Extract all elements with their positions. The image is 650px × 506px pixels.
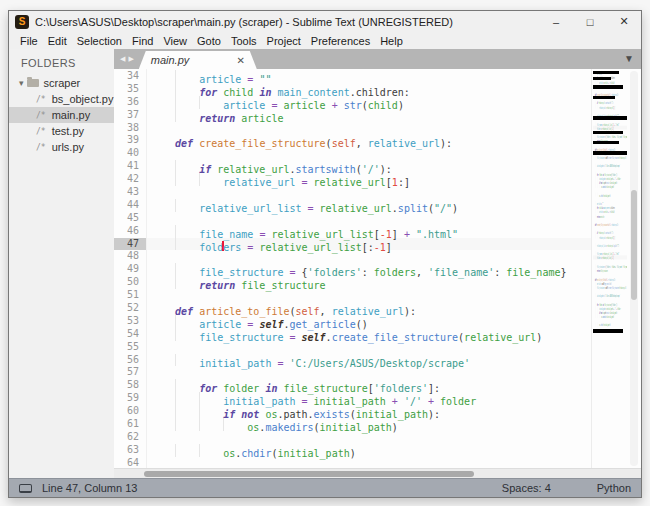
code-line-44[interactable]: relative_url_list = relative_url.split("… <box>147 199 591 212</box>
minimap-dark-bar <box>593 116 627 120</box>
code-line-59[interactable]: initial_path = initial_path + '/' + fold… <box>147 392 591 405</box>
sidebar-item-urls-py[interactable]: /*urls.py <box>9 139 114 155</box>
horizontal-scrollbar-thumb[interactable] <box>144 471 474 477</box>
code-editor[interactable]: article = ""for child in main_content.ch… <box>146 69 591 468</box>
code-token: "/" <box>434 203 452 214</box>
line-number: 44 <box>114 199 146 212</box>
code-line-46[interactable]: file_name = relative_url_list[-1] + ".ht… <box>147 225 591 238</box>
horizontal-scrollbar[interactable] <box>114 468 641 478</box>
code-line-36[interactable]: article = article + str(child) <box>147 96 591 109</box>
vertical-scrollbar[interactable] <box>630 71 638 466</box>
code-token: ) <box>614 211 615 215</box>
line-number: 49 <box>114 263 146 276</box>
code-token: ): <box>618 93 619 97</box>
code-token: ) <box>398 100 404 111</box>
code-line-56[interactable]: initial_path = 'C:/Users/ASUS/Desktop/sc… <box>147 354 591 367</box>
sidebar-item-test-py[interactable]: /*test.py <box>9 123 114 139</box>
code-token: file_structure <box>601 269 608 273</box>
menu-item-selection[interactable]: Selection <box>72 34 127 48</box>
minimap-line[interactable]: file_structure = self.create_file_struct… <box>593 285 627 289</box>
code-line-52[interactable]: def article_to_file(self, relative_url): <box>147 302 591 315</box>
code-line-47[interactable]: folders = relative_url_list[:-1] <box>147 238 591 251</box>
window-title: C:\Users\ASUS\Desktop\scraper\main.py (s… <box>35 16 539 28</box>
sidebar-item-bs_object-py[interactable]: /*bs_object.py <box>9 91 114 107</box>
code-token: } <box>560 267 566 278</box>
line-number: 54 <box>114 328 146 341</box>
menu-item-edit[interactable]: Edit <box>43 34 72 48</box>
line-number: 39 <box>114 134 146 147</box>
code-token: folders <box>374 267 416 278</box>
indent-guide <box>151 263 175 276</box>
menu-item-find[interactable]: Find <box>127 34 158 48</box>
vertical-scrollbar-thumb[interactable] <box>631 190 637 301</box>
code-token: file_structure <box>597 156 605 160</box>
code-token: ) <box>613 315 614 319</box>
file-name-label: test.py <box>52 125 84 137</box>
minimap-dark-bar <box>593 329 623 333</box>
syntax-setting-button[interactable]: Python <box>597 482 631 494</box>
code-line-49[interactable]: file_structure = {'folders': folders, 'f… <box>147 263 591 276</box>
code-line-61[interactable]: os.makedirs(initial_path) <box>147 418 591 431</box>
code-token: relative_url_list <box>199 203 307 214</box>
code-line-64[interactable] <box>147 457 591 468</box>
code-line-41[interactable]: if relative_url.startswith('/'): <box>147 160 591 173</box>
sidebar-item-main-py[interactable]: /*main.py <box>9 107 114 123</box>
indent-guide <box>151 405 175 418</box>
indent-guide <box>175 199 199 212</box>
code-token: ) <box>452 203 458 214</box>
menu-item-goto[interactable]: Goto <box>192 34 226 48</box>
minimize-button[interactable]: – <box>539 11 573 32</box>
code-line-58[interactable]: for folder in file_structure['folders']: <box>147 379 591 392</box>
file-type-icon: /* <box>36 95 46 104</box>
code-token: ) <box>619 244 620 248</box>
indent-guide <box>175 238 199 251</box>
code-token: makedirs <box>265 422 313 433</box>
code-token: initial_path <box>320 422 392 433</box>
minimap-dark-bar <box>593 77 611 80</box>
code-token: ): <box>618 223 619 227</box>
panel-toggle-icon[interactable] <box>19 484 32 493</box>
tab-overflow-icon[interactable]: ▼ <box>624 53 634 64</box>
sidebar-header: FOLDERS <box>9 49 114 75</box>
close-button[interactable]: ✕ <box>607 11 641 32</box>
line-number-gutter: 3435363738394041424344454647484950515253… <box>114 69 146 468</box>
line-number: 51 <box>114 289 146 302</box>
minimap-dark-bar <box>593 85 623 89</box>
tab-close-icon[interactable]: ✕ <box>236 55 244 66</box>
menu-item-file[interactable]: File <box>15 34 43 48</box>
tab-bar: ◀▶ main.py ✕ ▼ <box>114 49 641 69</box>
menu-item-tools[interactable]: Tools <box>226 34 262 48</box>
code-token: os <box>247 422 259 433</box>
line-number: 55 <box>114 341 146 354</box>
minimap-line[interactable]: file_structure = self.create_file_struct… <box>593 155 627 159</box>
sidebar-folder-scraper[interactable]: ▾ scraper <box>9 75 114 91</box>
code-line-39[interactable]: def create_file_structure(self, relative… <box>147 134 591 147</box>
indent-guide <box>151 109 175 122</box>
code-token: create_file_structure <box>199 138 325 149</box>
menu-bar: FileEditSelectionFindViewGotoToolsProjec… <box>9 32 641 49</box>
tab-main-py[interactable]: main.py ✕ <box>139 51 257 69</box>
menu-item-help[interactable]: Help <box>375 34 408 48</box>
code-token: folder <box>440 396 476 407</box>
menu-item-view[interactable]: View <box>158 34 192 48</box>
code-line-60[interactable]: if not os.path.exists(initial_path): <box>147 405 591 418</box>
code-line-54[interactable]: file_structure = self.create_file_struct… <box>147 328 591 341</box>
code-line-42[interactable]: relative_url = relative_url[1:] <box>147 173 591 186</box>
maximize-button[interactable]: □ <box>573 11 607 32</box>
code-token: ".html" <box>416 229 458 240</box>
code-token: 'C:/Users/ASUS/Desktop/scrape' <box>605 294 620 298</box>
indent-guide <box>199 173 223 186</box>
line-number: 38 <box>114 122 146 135</box>
code-token: ) <box>626 286 627 290</box>
indent-setting-button[interactable]: Spaces: 4 <box>502 482 551 494</box>
code-line-35[interactable]: for child in main_content.children: <box>147 83 591 96</box>
code-line-34[interactable]: article = "" <box>147 70 591 83</box>
code-token: ): <box>614 278 615 282</box>
tab-scroll-arrows-icon[interactable]: ◀▶ <box>120 55 137 63</box>
line-number: 61 <box>114 418 146 431</box>
code-token: ): <box>440 138 452 149</box>
menu-item-project[interactable]: Project <box>262 34 306 48</box>
menu-item-preferences[interactable]: Preferences <box>306 34 375 48</box>
code-line-63[interactable]: os.chdir(initial_path) <box>147 444 591 457</box>
minimap[interactable]: article = ""for child in main_content.ch… <box>591 69 627 468</box>
